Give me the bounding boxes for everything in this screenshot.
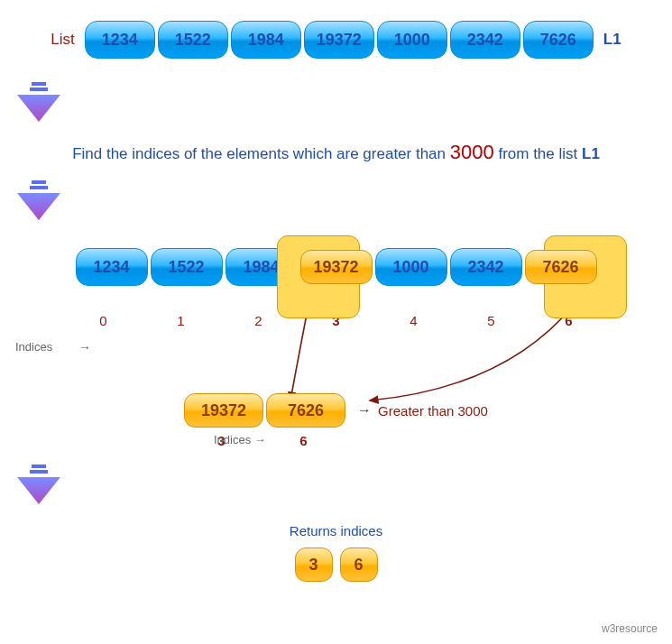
list-item: 1234 — [85, 21, 155, 59]
returns-label: Returns indices — [14, 523, 658, 538]
filtered-item: 19372 — [184, 393, 263, 428]
list-item: 1522 — [158, 21, 228, 59]
index-value: 0 — [66, 313, 141, 328]
svg-rect-0 — [32, 82, 46, 86]
list-item: 1000 — [377, 21, 447, 59]
arrow-right-icon: → — [357, 402, 372, 419]
list-item: 1000 — [375, 248, 447, 286]
instruction-text: Find the indices of the elements which a… — [14, 141, 658, 164]
list-item: 2342 — [450, 248, 522, 286]
arrow-right-icon: → — [78, 340, 91, 354]
svg-rect-7 — [30, 470, 48, 474]
svg-marker-8 — [17, 477, 60, 504]
arrow-down-icon — [14, 465, 64, 505]
list-row-2: 1234 1522 1984 19372 1000 2342 7626 — [14, 248, 658, 286]
caption-mid: from the list — [494, 145, 582, 162]
index-value: 1 — [143, 313, 218, 328]
list-item: 19372 — [304, 21, 374, 59]
result-item: 3 — [295, 547, 333, 582]
result-row: 3 6 — [14, 547, 658, 582]
credit-label: w3resource — [602, 622, 658, 635]
filtered-row: 19372 7626 → Greater than 3000 — [14, 393, 658, 428]
list-label: List — [51, 31, 74, 49]
list-row-1: List 1234 1522 1984 19372 1000 2342 7626… — [14, 21, 658, 59]
result-item: 6 — [340, 547, 378, 582]
indices-label: Indices — [15, 340, 52, 354]
svg-rect-3 — [32, 180, 46, 184]
list-row-2-container: 1234 1522 1984 19372 1000 2342 7626 0 1 … — [14, 248, 658, 328]
svg-rect-4 — [30, 186, 48, 189]
svg-rect-1 — [30, 87, 48, 91]
caption-pre: Find the indices of the elements which a… — [72, 145, 450, 162]
caption-list-name: L1 — [582, 145, 600, 162]
threshold-value: 3000 — [450, 141, 494, 163]
filtered-index: 6 — [264, 433, 344, 448]
greater-label: Greater than 3000 — [378, 403, 488, 419]
list-item: 2342 — [450, 21, 520, 59]
index-value: 5 — [454, 313, 529, 328]
index-value: 4 — [376, 313, 451, 328]
filtered-indices-row: Indices → 3 6 — [14, 433, 658, 448]
svg-marker-2 — [17, 95, 60, 122]
arrow-down-icon — [14, 82, 64, 123]
list-item: 7626 — [523, 21, 594, 59]
list-item-highlighted: 19372 — [300, 250, 373, 284]
arrow-down-icon — [14, 180, 64, 221]
filtered-item: 7626 — [266, 393, 345, 428]
indices-label: Indices → — [214, 433, 266, 446]
list-name-label: L1 — [603, 31, 621, 49]
list-item: 1522 — [151, 248, 223, 286]
list-item: 1984 — [231, 21, 301, 59]
list-item: 1234 — [76, 248, 148, 286]
svg-marker-5 — [17, 193, 60, 220]
svg-rect-6 — [32, 465, 46, 468]
list-item-highlighted: 7626 — [525, 250, 597, 284]
